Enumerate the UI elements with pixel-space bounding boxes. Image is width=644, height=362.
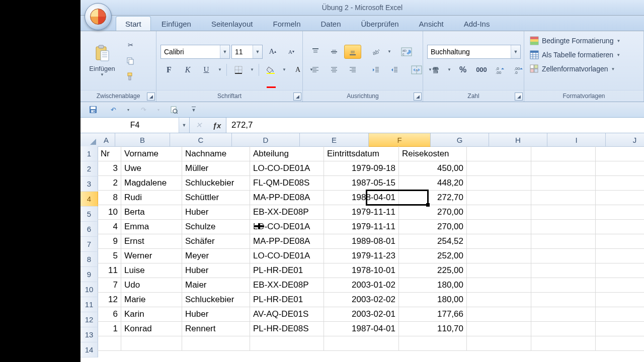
align-left-button[interactable] — [307, 63, 324, 77]
chevron-down-icon[interactable]: ▼ — [511, 45, 520, 58]
cell[interactable]: Reisekosten — [399, 146, 467, 161]
cell[interactable] — [467, 190, 531, 205]
align-bottom-button[interactable] — [344, 45, 361, 59]
cell[interactable]: FL-QM-DE08S — [250, 175, 324, 191]
tab-einfügen[interactable]: Einfügen — [152, 16, 201, 31]
format-as-table-button[interactable]: Als Tabelle formatieren▼ — [526, 48, 641, 61]
redo-dropdown[interactable]: ▾ — [155, 103, 162, 117]
orientation-dropdown[interactable]: ▼ — [386, 45, 393, 59]
cell[interactable]: 270,00 — [399, 219, 467, 234]
cell[interactable]: 1 — [98, 321, 121, 336]
cell[interactable]: 1978-10-01 — [324, 263, 399, 278]
row-header[interactable]: 3 — [80, 176, 98, 192]
cell[interactable] — [324, 336, 399, 351]
shrink-font-button[interactable]: A▾ — [283, 45, 300, 59]
cell[interactable]: 254,52 — [399, 234, 467, 249]
cell[interactable] — [531, 219, 596, 234]
align-center-button[interactable] — [326, 63, 343, 77]
cell[interactable] — [182, 336, 250, 351]
cell[interactable]: 448,20 — [399, 175, 467, 191]
redo-button[interactable]: ↷ — [135, 103, 152, 117]
cell[interactable]: Müller — [182, 161, 250, 176]
cell[interactable] — [531, 336, 596, 351]
accounting-dropdown[interactable]: ▼ — [446, 63, 453, 77]
cell[interactable]: 1987-04-01 — [324, 321, 399, 336]
cell[interactable]: Huber — [182, 263, 250, 278]
decrease-indent-button[interactable] — [367, 63, 384, 77]
cell[interactable] — [250, 336, 324, 351]
cell[interactable] — [531, 234, 596, 249]
column-header-F[interactable]: F — [369, 133, 431, 147]
column-header-D[interactable]: D — [232, 133, 300, 147]
chevron-down-icon[interactable]: ▼ — [220, 45, 229, 58]
cell[interactable]: Schulze — [182, 219, 250, 234]
cell[interactable] — [596, 146, 644, 161]
wrap-text-button[interactable]: abc — [398, 45, 415, 59]
cell[interactable]: 4 — [98, 219, 121, 234]
row-header[interactable]: 13 — [80, 327, 98, 342]
font-size-select[interactable]: 11▼ — [231, 45, 263, 59]
cell[interactable]: 11 — [98, 263, 121, 278]
column-header-A[interactable]: A — [98, 133, 115, 147]
bold-button[interactable]: F — [160, 63, 178, 77]
cell[interactable]: Vorname — [121, 146, 182, 161]
cell[interactable] — [467, 219, 531, 234]
cell[interactable]: 1979-11-23 — [324, 248, 399, 263]
tab-formeln[interactable]: Formeln — [263, 16, 310, 31]
cell[interactable]: 252,00 — [399, 248, 467, 263]
cell[interactable]: LO-CO-DE01A — [250, 248, 324, 263]
column-header-H[interactable]: H — [489, 133, 547, 147]
paste-button[interactable]: Einfügen ▼ — [85, 38, 120, 84]
cell[interactable] — [467, 321, 531, 336]
name-box-input[interactable] — [80, 120, 189, 130]
cell[interactable] — [467, 278, 531, 293]
name-box-dropdown[interactable]: ▼ — [179, 118, 189, 133]
cell[interactable]: 1979-11-11 — [324, 205, 399, 220]
chevron-down-icon[interactable]: ▼ — [253, 45, 262, 58]
cell[interactable] — [531, 248, 596, 263]
cell[interactable]: Nr — [98, 146, 121, 161]
cell[interactable] — [467, 336, 531, 351]
cell[interactable]: Uwe — [121, 161, 182, 176]
cell[interactable] — [531, 161, 596, 176]
cell[interactable] — [596, 292, 644, 307]
cell[interactable] — [467, 248, 531, 263]
align-top-button[interactable] — [307, 45, 324, 59]
column-header-B[interactable]: B — [115, 133, 170, 147]
row-header[interactable]: 11 — [80, 297, 98, 312]
cell[interactable] — [531, 263, 596, 278]
office-button[interactable] — [85, 3, 112, 30]
cell[interactable] — [596, 307, 644, 322]
row-header[interactable]: 7 — [80, 237, 98, 252]
row-header[interactable]: 10 — [80, 282, 98, 297]
cell[interactable]: Schluckebier — [182, 292, 250, 307]
underline-dropdown[interactable]: ▼ — [216, 63, 223, 77]
cell[interactable]: 180,00 — [399, 292, 467, 307]
increase-indent-button[interactable] — [386, 63, 403, 77]
cell-styles-button[interactable]: Zellenformatvorlagen▼ — [526, 62, 641, 75]
cell[interactable] — [467, 205, 531, 220]
cell[interactable]: Maier — [182, 278, 250, 293]
cell[interactable]: 3 — [98, 161, 121, 176]
column-header-J[interactable]: J — [606, 133, 644, 147]
cell[interactable]: Emma — [121, 219, 182, 234]
cell[interactable] — [531, 307, 596, 322]
fill-color-dropdown[interactable]: ▼ — [281, 63, 288, 77]
cell[interactable]: 450,00 — [399, 161, 467, 176]
cut-button[interactable]: ✂ — [122, 38, 139, 52]
cell[interactable] — [596, 161, 644, 176]
cell[interactable]: EB-XX-DE08P — [250, 205, 324, 220]
cell[interactable]: 1979-09-18 — [324, 161, 399, 176]
cell[interactable]: MA-PP-DE08A — [250, 190, 324, 205]
cell[interactable] — [399, 336, 467, 351]
cell[interactable] — [531, 205, 596, 220]
cell[interactable] — [531, 146, 596, 161]
font-dialog-launcher[interactable]: ◢ — [293, 93, 301, 101]
cell[interactable]: 110,70 — [399, 321, 467, 336]
cell[interactable]: 1989-08-01 — [324, 234, 399, 249]
format-painter-button[interactable] — [122, 69, 139, 83]
cell[interactable]: Udo — [121, 278, 182, 293]
cell[interactable]: 2003-02-02 — [324, 292, 399, 307]
fx-button[interactable]: ƒx — [208, 118, 226, 133]
align-right-button[interactable] — [344, 63, 361, 77]
